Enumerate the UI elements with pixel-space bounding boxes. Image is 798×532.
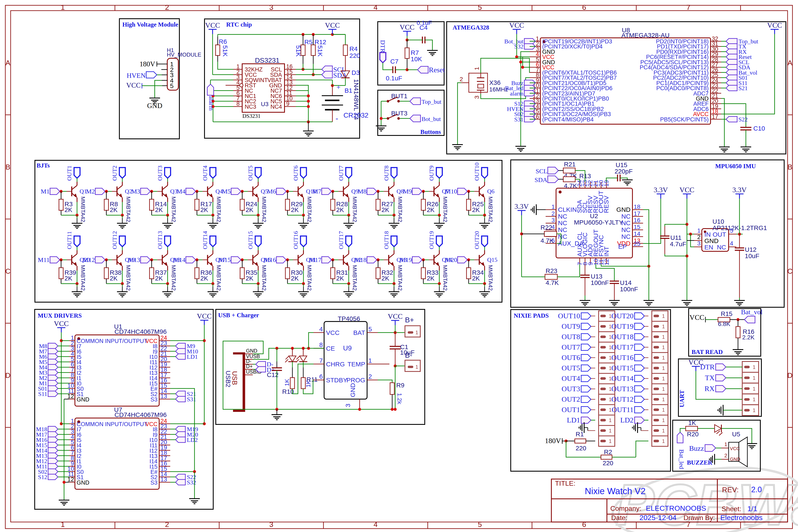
svg-text:TITLE:: TITLE: bbox=[555, 479, 576, 487]
svg-text:1: 1 bbox=[662, 344, 665, 350]
svg-text:OUT13: OUT13 bbox=[611, 385, 634, 393]
svg-text:TP4056: TP4056 bbox=[338, 315, 360, 322]
svg-text:MMBTA42: MMBTA42 bbox=[442, 265, 448, 291]
svg-text:R22: R22 bbox=[541, 224, 552, 231]
svg-text:Nixie Watch V2: Nixie Watch V2 bbox=[585, 486, 646, 496]
svg-text:OUT4: OUT4 bbox=[562, 375, 580, 382]
svg-text:1: 1 bbox=[368, 357, 372, 364]
svg-text:S11: S11 bbox=[38, 391, 47, 397]
svg-text:DTR: DTR bbox=[379, 40, 386, 53]
svg-text:B+: B+ bbox=[405, 316, 414, 324]
svg-text:U14: U14 bbox=[620, 279, 632, 286]
svg-text:SCL: SCL bbox=[536, 168, 547, 175]
svg-text:B1: B1 bbox=[345, 87, 352, 94]
svg-text:MMBTA42: MMBTA42 bbox=[397, 196, 403, 222]
svg-text:DS3231: DS3231 bbox=[242, 113, 260, 119]
svg-text:OUT6: OUT6 bbox=[292, 166, 299, 181]
svg-text:OUT10: OUT10 bbox=[473, 163, 480, 181]
svg-text:2K: 2K bbox=[382, 275, 389, 282]
svg-text:ATMEGA328-AU: ATMEGA328-AU bbox=[621, 32, 669, 39]
svg-text:ELECTRONOOBS: ELECTRONOOBS bbox=[646, 504, 706, 512]
svg-text:ATMEGA328: ATMEGA328 bbox=[453, 24, 489, 31]
svg-text:MMBTA42: MMBTA42 bbox=[397, 265, 403, 291]
svg-text:Bat_vol: Bat_vol bbox=[741, 308, 762, 316]
svg-text:S32: S32 bbox=[514, 43, 524, 50]
svg-text:MMBTA42: MMBTA42 bbox=[216, 265, 222, 291]
svg-text:Sheet:: Sheet: bbox=[722, 505, 741, 513]
svg-text:1: 1 bbox=[753, 386, 756, 392]
svg-text:MMBTA42: MMBTA42 bbox=[80, 265, 86, 291]
svg-text:MPU6050 IMU: MPU6050 IMU bbox=[715, 163, 756, 169]
svg-text:VCC: VCC bbox=[54, 320, 69, 327]
svg-text:1/1: 1/1 bbox=[747, 505, 757, 513]
svg-text:Drawn By:: Drawn By: bbox=[684, 514, 715, 521]
svg-text:UART: UART bbox=[678, 390, 685, 407]
svg-text:OUT7: OUT7 bbox=[338, 166, 344, 181]
svg-text:R20: R20 bbox=[687, 431, 699, 438]
svg-text:8: 8 bbox=[319, 341, 323, 348]
svg-text:Q3: Q3 bbox=[170, 188, 178, 194]
svg-text:GND: GND bbox=[349, 383, 356, 397]
svg-text:C4: C4 bbox=[419, 24, 428, 31]
svg-text:U15: U15 bbox=[616, 162, 627, 168]
svg-text:GND: GND bbox=[147, 102, 162, 110]
svg-text:Buttons: Buttons bbox=[420, 129, 441, 135]
svg-text:17: 17 bbox=[634, 210, 640, 217]
svg-text:VCC: VCC bbox=[126, 81, 141, 89]
svg-text:OUT12: OUT12 bbox=[111, 231, 118, 249]
svg-text:2: 2 bbox=[724, 453, 727, 458]
svg-text:HV_MODULE: HV_MODULE bbox=[167, 52, 201, 58]
svg-text:M10: M10 bbox=[445, 188, 457, 195]
svg-text:2K: 2K bbox=[291, 206, 299, 213]
svg-text:2: 2 bbox=[165, 520, 169, 528]
svg-text:U2: U2 bbox=[590, 212, 598, 220]
svg-text:220: 220 bbox=[349, 52, 360, 59]
svg-text:MMBTA42: MMBTA42 bbox=[306, 265, 313, 291]
svg-text:1: 1 bbox=[61, 3, 65, 11]
svg-text:VCC: VCC bbox=[689, 314, 704, 321]
svg-text:COMMON INPUT/OUTPUT: COMMON INPUT/OUTPUT bbox=[77, 421, 147, 428]
svg-text:10K: 10K bbox=[411, 56, 422, 62]
svg-text:Q8: Q8 bbox=[397, 188, 404, 194]
svg-text:B: B bbox=[5, 163, 11, 171]
svg-text:2: 2 bbox=[368, 373, 372, 380]
svg-text:1: 1 bbox=[609, 438, 612, 444]
svg-text:Bot_but: Bot_but bbox=[421, 116, 441, 122]
svg-text:VCC: VCC bbox=[197, 312, 212, 320]
svg-text:1K: 1K bbox=[284, 379, 290, 386]
svg-text:R1: R1 bbox=[576, 431, 584, 438]
svg-text:OUT1: OUT1 bbox=[562, 406, 580, 414]
svg-text:220pF: 220pF bbox=[615, 168, 633, 175]
svg-text:USB + Charger: USB + Charger bbox=[218, 312, 259, 319]
svg-text:MUX DRIVERS: MUX DRIVERS bbox=[38, 312, 82, 319]
svg-text:1: 1 bbox=[753, 364, 756, 370]
svg-text:STDBY: STDBY bbox=[326, 377, 347, 384]
svg-text:Top_but: Top_but bbox=[421, 98, 441, 105]
svg-text:1: 1 bbox=[662, 355, 665, 361]
svg-text:MMBTA42: MMBTA42 bbox=[216, 196, 222, 222]
svg-text:OUT11: OUT11 bbox=[66, 231, 73, 249]
svg-text:OUT8: OUT8 bbox=[562, 333, 580, 341]
svg-text:2: 2 bbox=[165, 3, 169, 11]
svg-text:NC: NC bbox=[717, 244, 726, 251]
svg-text:M3: M3 bbox=[131, 188, 140, 195]
svg-text:Q5: Q5 bbox=[261, 188, 268, 194]
svg-text:2K: 2K bbox=[65, 275, 72, 282]
svg-text:LD1: LD1 bbox=[567, 416, 580, 424]
svg-text:REV:: REV: bbox=[722, 486, 739, 494]
svg-text:180V: 180V bbox=[545, 437, 561, 444]
svg-text:25: 25 bbox=[634, 241, 640, 247]
svg-text:U9: U9 bbox=[343, 344, 352, 352]
svg-text:PB5(SCK/PCINT5): PB5(SCK/PCINT5) bbox=[660, 116, 709, 123]
svg-text:1: 1 bbox=[662, 386, 665, 392]
svg-text:2.2K: 2.2K bbox=[742, 334, 755, 341]
svg-text:U11: U11 bbox=[670, 234, 682, 241]
svg-text:OUT9: OUT9 bbox=[428, 166, 435, 181]
svg-text:C10: C10 bbox=[753, 125, 765, 132]
svg-text:OUT4: OUT4 bbox=[202, 166, 208, 181]
svg-text:S12: S12 bbox=[38, 474, 47, 480]
svg-text:+: + bbox=[337, 83, 341, 91]
svg-text:CE: CE bbox=[326, 345, 335, 352]
svg-text:7: 7 bbox=[319, 357, 323, 364]
svg-text:VCC: VCC bbox=[679, 186, 694, 194]
